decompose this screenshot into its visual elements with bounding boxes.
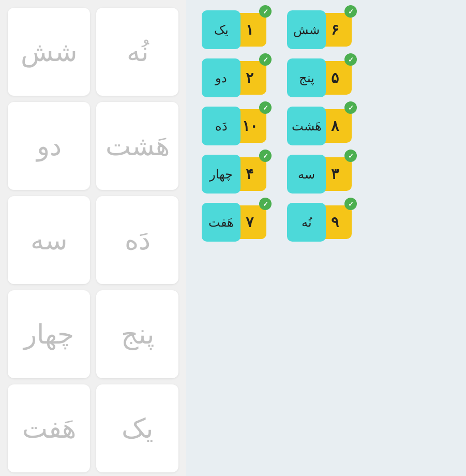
check-badge: ✓ [259, 150, 272, 162]
cyan-tile[interactable]: دَه [202, 107, 240, 145]
tile-digit: ۱ [246, 21, 253, 38]
tile-digit: ۱۰ [242, 117, 258, 135]
tile-word: هَفت [208, 215, 234, 230]
match-item-4-0: ✓هَفت۷ [202, 203, 266, 242]
match-row-0: ✓یک۱✓شش۶ [202, 10, 450, 49]
word-text: دَه [125, 225, 151, 256]
word-text: دو [37, 130, 62, 161]
tile-word: دو [215, 71, 227, 85]
tile-digit: ۷ [246, 214, 253, 231]
cyan-tile[interactable]: پنج [287, 58, 326, 97]
check-badge: ✓ [344, 198, 357, 210]
match-item-0-1: ✓شش۶ [287, 10, 352, 49]
word-card-noh[interactable]: نُه [96, 8, 178, 96]
tile-digit: ۹ [331, 214, 339, 231]
check-badge: ✓ [259, 5, 272, 18]
word-text: هَفت [22, 413, 76, 444]
tile-word: چهار [209, 167, 233, 182]
match-row-3: ✓چهار۴✓سه۳ [202, 155, 450, 194]
tile-word: شش [293, 23, 320, 37]
word-text: یک [122, 413, 153, 444]
cyan-tile[interactable]: دو [202, 58, 240, 97]
tile-digit: ۳ [331, 166, 339, 183]
check-badge: ✓ [259, 53, 272, 66]
word-card-hasht[interactable]: هَشت [96, 102, 178, 190]
match-item-3-0: ✓چهار۴ [202, 155, 266, 194]
word-card-panj[interactable]: پنج [96, 290, 178, 378]
word-card-dah[interactable]: دَه [96, 196, 178, 284]
tile-word: نُه [302, 215, 312, 230]
word-text: پنج [121, 319, 154, 350]
tile-word: هَشت [292, 119, 322, 133]
word-text: چهار [24, 319, 74, 350]
tile-digit: ۶ [331, 21, 339, 38]
word-card-do[interactable]: دو [8, 102, 90, 190]
tile-word: دَه [215, 119, 228, 133]
check-badge: ✓ [344, 150, 357, 162]
word-text: نُه [127, 36, 148, 67]
match-item-1-0: ✓دو۲ [202, 58, 266, 97]
word-text: هَشت [106, 130, 170, 161]
match-row-1: ✓دو۲✓پنج۵ [202, 58, 450, 97]
tile-digit: ۴ [246, 166, 253, 183]
cyan-tile[interactable]: هَفت [202, 203, 240, 242]
match-row-2: ✓دَه۱۰✓هَشت۸ [202, 107, 450, 145]
match-row-4: ✓هَفت۷✓نُه۹ [202, 203, 450, 242]
cyan-tile[interactable]: یک [202, 10, 240, 49]
check-badge: ✓ [344, 5, 357, 18]
word-card-shesh[interactable]: شش [8, 8, 90, 96]
match-item-2-0: ✓دَه۱۰ [202, 107, 266, 145]
cyan-tile[interactable]: سه [287, 155, 326, 194]
left-panel: ششنُهدوهَشتسهدَهچهارپنجهَفتیک [0, 0, 186, 476]
tile-word: یک [214, 23, 229, 37]
check-badge: ✓ [344, 53, 357, 66]
word-text: سه [31, 225, 68, 256]
match-item-2-1: ✓هَشت۸ [287, 107, 352, 145]
check-badge: ✓ [259, 198, 272, 210]
word-card-chahar[interactable]: چهار [8, 290, 90, 378]
tile-digit: ۸ [331, 117, 339, 135]
tile-word: پنج [299, 71, 314, 85]
cyan-tile[interactable]: شش [287, 10, 326, 49]
check-badge: ✓ [344, 101, 357, 114]
match-item-4-1: ✓نُه۹ [287, 203, 352, 242]
check-badge: ✓ [259, 101, 272, 114]
match-item-0-0: ✓یک۱ [202, 10, 266, 49]
tile-word: سه [298, 167, 315, 182]
right-panel: ✓یک۱✓شش۶✓دو۲✓پنج۵✓دَه۱۰✓هَشت۸✓چهار۴✓سه۳✓… [186, 0, 466, 476]
word-text: شش [21, 36, 78, 67]
word-card-haft[interactable]: هَفت [8, 384, 90, 472]
word-card-se[interactable]: سه [8, 196, 90, 284]
cyan-tile[interactable]: هَشت [287, 107, 326, 145]
match-item-1-1: ✓پنج۵ [287, 58, 352, 97]
tile-digit: ۲ [246, 69, 253, 86]
word-card-yek[interactable]: یک [96, 384, 178, 472]
cyan-tile[interactable]: نُه [287, 203, 326, 242]
match-item-3-1: ✓سه۳ [287, 155, 352, 194]
tile-digit: ۵ [331, 69, 339, 86]
cyan-tile[interactable]: چهار [202, 155, 240, 194]
